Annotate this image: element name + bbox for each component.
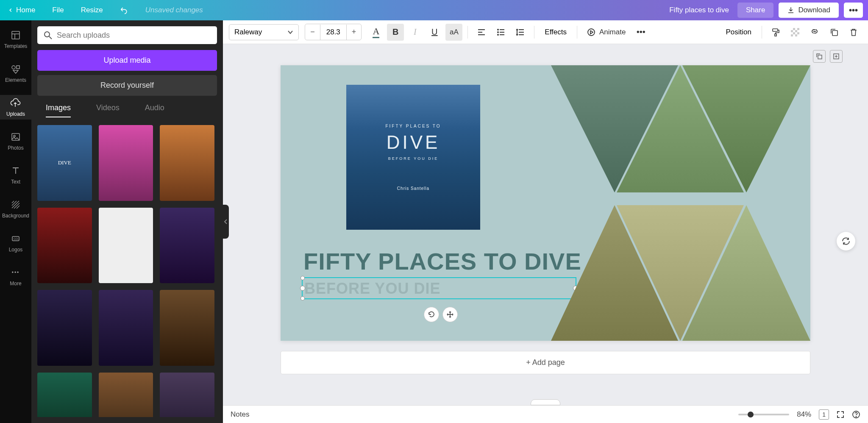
subhead-text[interactable]: BEFORE YOU DIE [304,280,440,298]
photos-icon [10,131,21,142]
canvas-viewport[interactable]: FIFTY PLACES TO DIVE BEFORE YOU DIE Chri… [223,44,868,405]
decrease-size-button[interactable]: − [305,24,320,40]
list-icon [497,28,505,36]
upload-thumb[interactable] [37,290,92,366]
tab-audio[interactable]: Audio [145,103,164,117]
download-icon [787,6,795,14]
share-button[interactable]: Share [737,3,773,18]
canvas-area: Raleway − 28.3 + A B I U aA Effects Anim… [223,20,868,423]
rail-more[interactable]: ••• More [0,264,31,289]
triangle-photo-grid[interactable] [551,65,810,341]
transparency-button[interactable] [787,24,804,41]
underline-button[interactable]: U [426,24,443,41]
headline-text[interactable]: FIFTY PLACES TO DIVE [303,248,581,275]
list-button[interactable] [492,24,509,41]
zoom-slider[interactable] [738,414,789,415]
link-button[interactable] [806,24,823,41]
duplicate-page-button[interactable] [813,50,826,63]
document-title[interactable]: Fifty places to dive [669,6,729,14]
animate-icon [587,28,596,37]
record-yourself-button[interactable]: Record yourself [37,75,217,96]
book-cover-image[interactable]: FIFTY PLACES TO DIVE BEFORE YOU DIE Chri… [346,85,480,230]
refresh-icon [841,237,851,246]
delete-button[interactable] [845,24,862,41]
design-canvas[interactable]: FIFTY PLACES TO DIVE BEFORE YOU DIE Chri… [281,65,810,341]
italic-button[interactable]: I [406,24,423,41]
search-uploads[interactable] [37,26,217,44]
rail-templates[interactable]: Templates [0,27,31,52]
rail-logos[interactable]: CO. Logos [0,231,31,255]
svg-rect-29 [795,28,797,30]
svg-rect-25 [773,29,778,31]
tab-images[interactable]: Images [46,103,71,117]
context-toolbar: Raleway − 28.3 + A B I U aA Effects Anim… [223,20,868,44]
animate-button[interactable]: Animate [582,24,630,41]
home-button[interactable]: Home [5,4,38,16]
upload-thumb[interactable] [99,208,153,284]
svg-line-11 [49,36,52,39]
undo-button[interactable] [117,4,131,16]
rail-elements[interactable]: Elements [0,61,31,86]
text-color-button[interactable]: A [367,24,384,41]
more-menu-button[interactable]: ••• [844,3,863,18]
upload-thumb[interactable] [160,373,214,417]
font-name: Raleway [234,28,262,36]
upload-thumb[interactable] [160,290,214,366]
rail-uploads[interactable]: Uploads [0,95,31,120]
help-icon [852,410,860,419]
upload-thumb[interactable] [37,373,92,417]
duplicate-icon [830,28,838,36]
upload-thumb[interactable]: DIVE [37,125,92,201]
refresh-button[interactable] [837,232,855,250]
resize-menu[interactable]: Resize [78,4,106,16]
svg-text:CO.: CO. [14,237,19,240]
overflow-menu[interactable]: ••• [632,24,649,41]
font-size-value[interactable]: 28.3 [320,25,347,40]
zoom-thumb[interactable] [748,412,754,417]
notes-button[interactable]: Notes [231,410,249,419]
trash-icon [849,28,858,36]
position-button[interactable]: Position [721,25,757,40]
file-menu[interactable]: File [50,4,66,16]
upload-thumb[interactable] [99,125,153,201]
resize-handle-bottomleft[interactable] [300,296,305,301]
zoom-value[interactable]: 84% [797,410,811,419]
upload-thumb[interactable] [99,290,153,366]
download-button[interactable]: Download [779,3,839,18]
help-button[interactable] [852,410,860,419]
rail-background[interactable]: Background [0,197,31,221]
add-page-button[interactable] [830,50,843,63]
fullscreen-button[interactable] [837,411,844,418]
duplicate-button[interactable] [826,24,843,41]
align-button[interactable] [473,24,490,41]
resize-handle-left[interactable] [300,286,305,291]
resize-handle-topleft[interactable] [300,276,305,280]
move-icon [446,311,454,318]
upload-media-button[interactable]: Upload media [37,50,217,71]
rotate-button[interactable] [424,307,439,322]
selected-text-box[interactable]: BEFORE YOU DIE [302,277,576,299]
bold-button[interactable]: B [387,24,404,41]
tab-videos[interactable]: Videos [96,103,120,117]
page-peek-handle[interactable] [531,399,560,405]
upload-thumb[interactable] [99,373,153,417]
add-page-icon [833,53,840,60]
search-input[interactable] [57,31,211,40]
rail-photos[interactable]: Photos [0,129,31,153]
page-indicator[interactable]: 1 [819,409,829,420]
align-left-icon [477,28,486,36]
link-icon [810,28,819,36]
spacing-button[interactable] [512,24,529,41]
move-button[interactable] [442,307,458,322]
add-page-row[interactable]: + Add page [281,351,810,374]
copy-style-button[interactable] [767,24,784,41]
font-selector[interactable]: Raleway [229,24,299,40]
effects-button[interactable]: Effects [540,25,572,40]
upload-thumb[interactable] [37,208,92,284]
uppercase-button[interactable]: aA [445,24,462,41]
upload-thumb[interactable] [160,208,214,284]
rail-text[interactable]: Text [0,163,31,187]
upload-thumb[interactable] [160,125,214,201]
svg-rect-34 [793,34,795,36]
increase-size-button[interactable]: + [347,24,362,40]
